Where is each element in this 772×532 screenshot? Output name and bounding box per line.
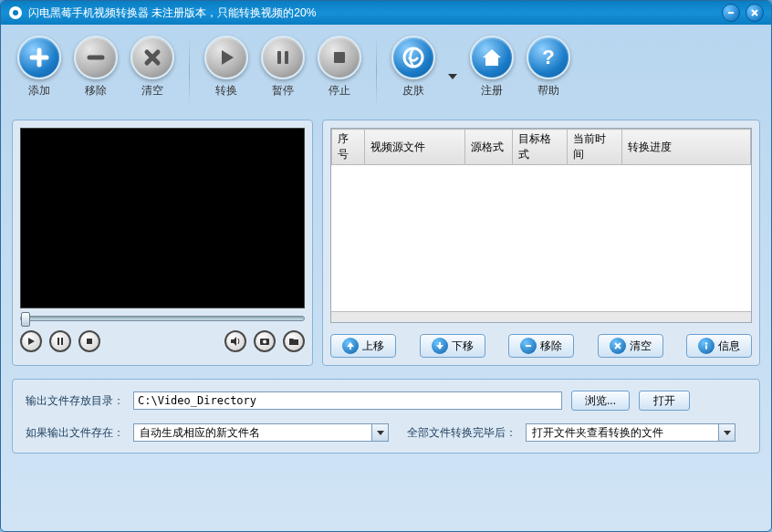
if-exists-combo[interactable]: 自动生成相应的新文件名 <box>133 423 389 442</box>
progress-slider[interactable] <box>20 316 305 321</box>
volume-button[interactable] <box>224 330 246 352</box>
play-mini-button[interactable] <box>20 330 42 352</box>
output-dir-label: 输出文件存放目录： <box>26 393 124 409</box>
titlebar: 闪电黑莓手机视频转换器 未注册版本，只能转换视频的20% <box>1 1 771 25</box>
play-icon <box>26 337 36 346</box>
output-settings-panel: 输出文件存放目录： 浏览... 打开 如果输出文件存在： 自动生成相应的新文件名… <box>12 379 760 454</box>
folder-button[interactable] <box>283 330 305 352</box>
help-button[interactable]: ? 帮助 <box>527 36 570 99</box>
stop-icon <box>85 337 94 346</box>
stop-mini-button[interactable] <box>78 330 100 352</box>
svg-rect-11 <box>277 51 281 64</box>
col-index[interactable]: 序号 <box>332 130 365 165</box>
svg-marker-18 <box>28 338 35 345</box>
speaker-icon <box>230 336 241 347</box>
pause-icon <box>272 47 294 68</box>
add-button[interactable]: 添加 <box>17 36 61 99</box>
svg-rect-13 <box>334 52 345 63</box>
stop-button[interactable]: 停止 <box>318 36 361 99</box>
svg-marker-10 <box>222 50 234 65</box>
svg-marker-25 <box>347 342 354 349</box>
x-icon <box>610 338 626 354</box>
col-progress[interactable]: 转换进度 <box>622 130 751 165</box>
question-icon: ? <box>537 46 560 69</box>
svg-rect-31 <box>705 346 707 349</box>
register-button[interactable]: 注册 <box>470 36 514 99</box>
arrow-up-icon <box>342 338 359 354</box>
svg-point-30 <box>705 342 707 344</box>
svg-marker-22 <box>231 337 236 346</box>
plus-icon <box>28 47 50 68</box>
chevron-down-icon <box>371 424 388 441</box>
svg-rect-20 <box>61 338 63 345</box>
preview-panel <box>12 120 313 366</box>
horizontal-scrollbar[interactable] <box>331 311 751 323</box>
minus-icon <box>520 338 537 354</box>
minimize-button[interactable] <box>722 4 740 22</box>
svg-point-24 <box>263 340 266 344</box>
col-dstformat[interactable]: 目标格式 <box>513 130 568 165</box>
file-table[interactable]: 序号 视频源文件 源格式 目标格式 当前时间 转换进度 <box>330 128 752 323</box>
skin-button[interactable]: 皮肤 <box>391 36 435 99</box>
col-time[interactable]: 当前时间 <box>568 130 622 165</box>
pause-button[interactable]: 暂停 <box>261 36 305 99</box>
snapshot-button[interactable] <box>254 330 276 352</box>
browse-button[interactable]: 浏览... <box>571 391 630 411</box>
output-dir-input[interactable] <box>133 391 562 410</box>
slider-thumb[interactable] <box>21 312 30 327</box>
minus-icon <box>85 47 107 68</box>
col-source[interactable]: 视频源文件 <box>365 130 465 165</box>
move-up-button[interactable]: 上移 <box>330 334 396 358</box>
svg-rect-21 <box>87 339 92 344</box>
app-icon <box>8 5 23 20</box>
move-down-button[interactable]: 下移 <box>420 334 485 358</box>
svg-text:?: ? <box>542 46 554 68</box>
app-title: 闪电黑莓手机视频转换器 未注册版本，只能转换视频的20% <box>28 5 716 21</box>
svg-point-1 <box>13 10 18 16</box>
folder-icon <box>288 337 299 346</box>
svg-marker-15 <box>448 74 457 79</box>
after-all-label: 全部文件转换完毕后： <box>407 425 516 441</box>
main-toolbar: 添加 移除 清空 转换 暂停 停止 <box>12 32 760 116</box>
skin-icon <box>402 46 425 69</box>
video-preview <box>20 128 305 308</box>
svg-rect-19 <box>57 338 59 345</box>
pause-icon <box>56 337 65 346</box>
camera-icon <box>259 337 270 346</box>
home-icon <box>480 46 504 69</box>
chevron-down-icon <box>718 424 735 441</box>
list-remove-button[interactable]: 移除 <box>508 334 574 358</box>
svg-marker-16 <box>483 49 501 66</box>
svg-marker-32 <box>377 431 384 435</box>
svg-marker-26 <box>436 342 443 349</box>
if-exists-label: 如果输出文件存在： <box>26 425 124 441</box>
file-list-panel: 序号 视频源文件 源格式 目标格式 当前时间 转换进度 上移 下移 移除 <box>322 120 760 366</box>
skin-dropdown-arrow[interactable] <box>448 69 457 82</box>
pause-mini-button[interactable] <box>49 330 71 352</box>
info-button[interactable]: 信息 <box>686 334 752 358</box>
close-button[interactable] <box>746 4 764 22</box>
table-body <box>331 165 751 311</box>
info-icon <box>698 338 715 354</box>
play-icon <box>215 47 237 68</box>
svg-point-14 <box>404 48 423 67</box>
svg-rect-12 <box>285 51 288 64</box>
open-button[interactable]: 打开 <box>639 391 690 411</box>
stop-icon <box>329 47 350 68</box>
arrow-down-icon <box>432 338 448 354</box>
col-srcformat[interactable]: 源格式 <box>465 130 513 165</box>
clear-button[interactable]: 清空 <box>130 36 174 99</box>
convert-button[interactable]: 转换 <box>204 36 248 99</box>
remove-button[interactable]: 移除 <box>74 36 118 99</box>
svg-marker-33 <box>724 431 731 435</box>
after-all-combo[interactable]: 打开文件夹查看转换的文件 <box>526 423 735 442</box>
list-clear-button[interactable]: 清空 <box>598 334 663 358</box>
content-area: 添加 移除 清空 转换 暂停 停止 <box>1 25 771 531</box>
x-icon <box>141 47 163 68</box>
